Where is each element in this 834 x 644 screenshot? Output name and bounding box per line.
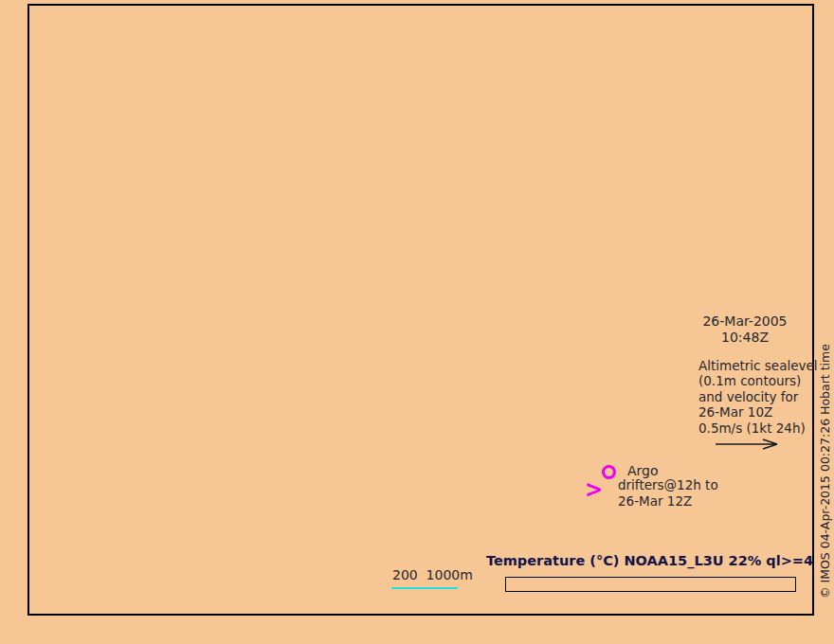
timestamp-annotation: 26-Mar-2005 10:48Z	[686, 313, 804, 346]
drifter-arrow-icon: >	[585, 475, 603, 503]
date-text: 26-Mar-2005	[686, 313, 804, 330]
altimetry-line: (0.1m contours)	[698, 373, 818, 388]
drifters-legend: drifters@12h to 26-Mar 12Z	[618, 477, 718, 510]
time-text: 10:48Z	[686, 330, 804, 346]
drifters-line: drifters@12h to	[618, 477, 718, 493]
altimetry-line: Altimetric sealevel	[698, 358, 818, 373]
argo-float-icon	[602, 465, 616, 479]
colorbar-title: Temperature (°C) NOAA15_L3U 22% ql>=4	[462, 553, 834, 568]
altimetry-line: 0.5m/s (1kt 24h)	[698, 420, 818, 436]
sst-map-canvas	[29, 6, 812, 614]
altimetry-line: 26-Mar 10Z	[698, 404, 818, 420]
colorbar-gradient	[505, 577, 796, 592]
altimetry-annotation: Altimetric sealevel (0.1m contours) and …	[698, 358, 818, 436]
sst-map-figure: 26-Mar-2005 10:48Z Altimetric sealevel (…	[0, 0, 834, 644]
drifters-line: 26-Mar 12Z	[618, 493, 718, 510]
velocity-scale-arrow-icon	[713, 436, 787, 453]
copyright-text: © IMOS 04-Apr-2015 00:27:26 Hobart time	[818, 344, 832, 599]
altimetry-line: and velocity for	[698, 389, 818, 404]
depth-contour-legend: 200 1000m	[392, 567, 473, 582]
depth-contour-line-sample	[391, 587, 458, 589]
argo-legend-label: Argo	[627, 463, 659, 478]
